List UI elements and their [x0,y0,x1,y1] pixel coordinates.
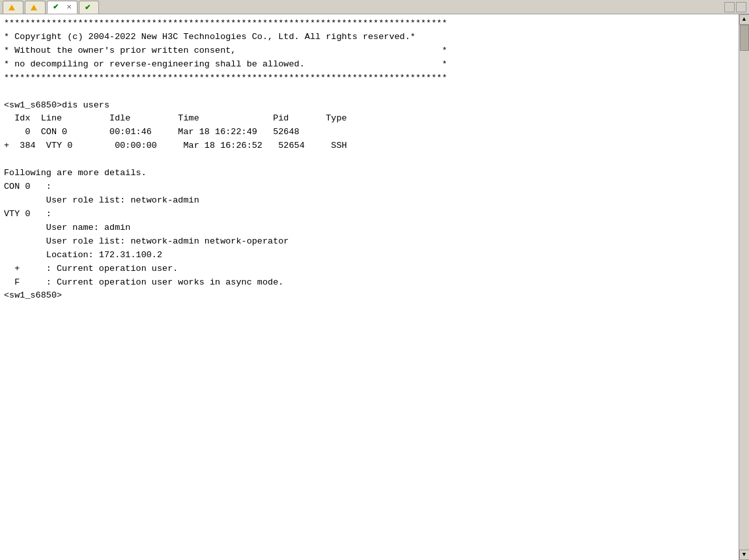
scrollbar-thumb[interactable] [740,25,749,51]
check-icon-tab3: ✔ [53,3,59,11]
scrollbar-track[interactable] [739,25,749,550]
scrollbar-down-button[interactable]: ▼ [739,550,750,560]
tab-close-button[interactable]: ✕ [66,3,72,10]
scrollbar: ▲ ▼ [739,14,749,560]
check-icon-tab4: ✔ [85,3,91,12]
tab-bar: ✔ ✕ ✔ [0,0,749,14]
tab-nav [724,2,746,12]
terminal-wrapper: ****************************************… [0,14,749,560]
tab-prev-button[interactable] [724,2,735,12]
tab-next-button[interactable] [736,2,746,12]
warning-icon-tab2 [31,5,37,10]
tab-s6850-1[interactable] [3,1,23,14]
tab-s6850-2[interactable] [25,1,46,14]
warning-icon-tab1 [8,5,15,10]
terminal-content[interactable]: ****************************************… [0,14,739,560]
tab-172-31-100-10[interactable]: ✔ ✕ [47,1,78,14]
tab-172-31-100-20[interactable]: ✔ [79,1,99,14]
scrollbar-up-button[interactable]: ▲ [739,14,750,25]
